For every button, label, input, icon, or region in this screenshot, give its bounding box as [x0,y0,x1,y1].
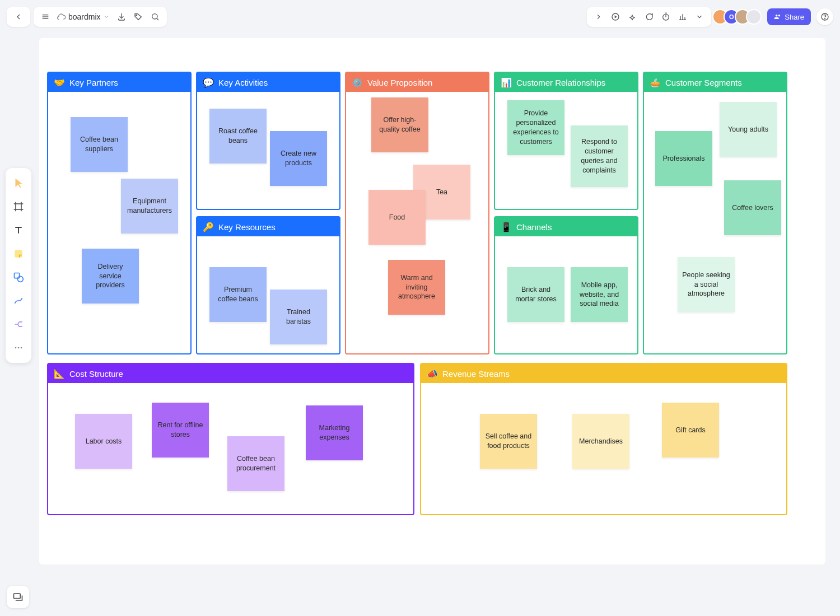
layers-button[interactable] [7,586,29,608]
main-pill: boardmix [34,7,167,27]
section-customer-segments[interactable]: 🥧 Customer Segments Young adults Profess… [643,72,787,354]
select-tool[interactable] [8,172,29,194]
download-button[interactable] [113,8,130,25]
svg-rect-24 [15,250,22,257]
svg-line-5 [156,18,158,20]
revenue-icon: 📣 [427,368,438,379]
section-key-partners[interactable]: 🤝 Key Partners Coffee bean suppliers Equ… [47,72,192,354]
svg-point-26 [17,276,23,282]
section-title: Value Proposition [367,78,432,87]
back-button[interactable] [10,8,27,25]
section-title: Cost Structure [69,369,123,379]
sticky-note[interactable]: Young adults [720,102,777,157]
mindmap-tool[interactable] [8,314,29,335]
sticky-note[interactable]: Labor costs [75,414,132,469]
segments-icon: 🥧 [650,77,661,88]
section-title: Revenue Streams [442,369,510,379]
svg-point-8 [663,14,669,20]
svg-point-28 [18,347,20,349]
sticky-note[interactable]: Delivery service providers [82,249,139,304]
section-title: Customer Relationships [516,78,605,87]
timer-icon[interactable] [657,8,674,25]
play-icon[interactable] [607,8,624,25]
section-title: Key Activities [218,78,268,87]
resources-icon: 🔑 [203,222,214,232]
expand-icon[interactable] [590,8,607,25]
section-title: Channels [516,222,552,232]
sticky-note[interactable]: Warm and inviting atmosphere [388,260,445,315]
sticky-note[interactable]: Food [368,190,426,245]
sticky-note[interactable]: Equipment manufacturers [121,179,178,234]
sticky-note[interactable]: Professionals [655,131,712,186]
svg-marker-17 [16,179,22,188]
more-tools[interactable] [8,337,29,358]
sticky-note[interactable]: Provide personalized experiences to cust… [507,100,564,155]
section-key-resources[interactable]: 🔑 Key Resources Premium coffee beans Tra… [196,216,340,354]
back-pill [7,7,30,27]
section-title: Key Partners [69,78,118,87]
svg-point-3 [136,15,137,16]
cost-icon: 📐 [54,368,65,379]
help-button[interactable] [816,8,833,25]
avatar[interactable] [746,9,762,25]
sticky-note[interactable]: People seeking a social atmosphere [678,257,735,312]
frame-tool[interactable] [8,196,29,217]
sticky-note[interactable]: Coffee lovers [724,180,781,235]
svg-marker-7 [615,15,617,18]
tools-pill [587,7,711,27]
partners-icon: 🤝 [54,77,65,88]
canvas[interactable]: 🤝 Key Partners Coffee bean suppliers Equ… [39,38,825,594]
chart-icon[interactable] [674,8,691,25]
svg-point-4 [152,14,157,19]
sticky-note[interactable]: Premium coffee beans [209,267,267,322]
left-toolbar [6,168,31,363]
section-cost-structure[interactable]: 📐 Cost Structure Labor costs Rent for of… [47,363,414,515]
section-value-proposition[interactable]: ⚙️ Value Proposition Offer high-quality … [345,72,489,354]
section-customer-relationships[interactable]: 📊 Customer Relationships Provide persona… [494,72,638,210]
sticky-note[interactable]: Gift cards [662,403,719,458]
text-tool[interactable] [8,220,29,241]
sticky-note[interactable]: Coffee bean procurement [227,436,284,491]
section-key-activities[interactable]: 💬 Key Activities Roast coffee beans Crea… [196,72,340,210]
section-title: Key Resources [218,222,276,232]
activities-icon: 💬 [203,77,214,88]
document-title-text: boardmix [68,12,101,21]
sticky-note[interactable]: Brick and mortar stores [507,267,564,322]
section-channels[interactable]: 📱 Channels Brick and mortar stores Mobil… [494,216,638,354]
topbar-right: O Share [587,7,833,27]
document-title[interactable]: boardmix [54,12,113,21]
share-label: Share [785,13,804,21]
sticky-note[interactable]: Coffee bean suppliers [71,117,128,172]
tag-button[interactable] [130,8,147,25]
sticky-note[interactable]: Trained baristas [270,290,327,344]
sticky-note[interactable]: Marketing expenses [306,405,363,460]
topbar-left: boardmix [7,7,167,27]
share-button[interactable]: Share [767,8,811,25]
sticky-tool[interactable] [8,243,29,264]
sticky-note[interactable]: Roast coffee beans [209,109,267,164]
sticky-note[interactable]: Rent for offline stores [152,403,209,458]
sticky-note[interactable]: Merchandises [572,414,629,469]
collaborator-avatars[interactable]: O [717,9,762,25]
sticky-note[interactable]: Sell coffee and food products [480,414,537,469]
menu-button[interactable] [37,8,54,25]
sticky-note[interactable]: Create new products [270,131,327,186]
svg-rect-30 [14,594,21,598]
sticky-note[interactable]: Mobile app, website, and social media [571,267,628,322]
section-revenue-streams[interactable]: 📣 Revenue Streams Sell coffee and food p… [420,363,787,515]
search-button[interactable] [147,8,164,25]
svg-point-16 [824,18,825,19]
comment-icon[interactable] [641,8,657,25]
svg-point-29 [21,347,22,349]
value-icon: ⚙️ [352,77,363,88]
svg-point-27 [15,347,17,349]
shape-tool[interactable] [8,267,29,288]
section-title: Customer Segments [665,78,742,87]
sticky-note[interactable]: Offer high-quality coffee [371,97,428,152]
chevron-down-icon[interactable] [691,8,708,25]
sparkle-icon[interactable] [624,8,641,25]
connector-tool[interactable] [8,290,29,311]
channels-icon: 📱 [501,222,512,232]
relationships-icon: 📊 [501,77,512,88]
sticky-note[interactable]: Respond to customer queries and complain… [571,125,628,187]
